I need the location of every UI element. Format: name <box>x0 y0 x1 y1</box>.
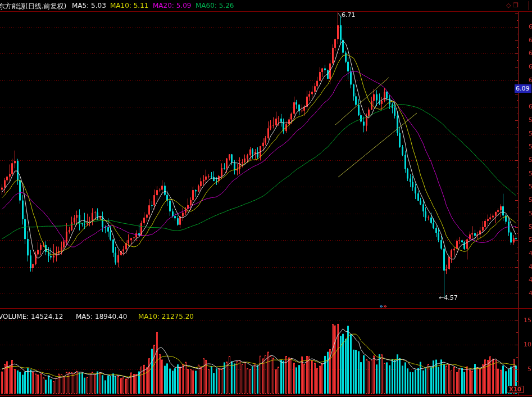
diamond-icon[interactable]: ◇ <box>506 2 511 9</box>
ma60-value: MA60: 5.26 <box>195 2 234 10</box>
price-axis-label: 5.50 <box>529 170 532 177</box>
price-axis-label: 5.90 <box>529 116 532 124</box>
scroll-marker-right-icon[interactable]: » <box>383 303 387 310</box>
header-scrollbar-line <box>529 1 529 10</box>
price-axis-label: 5.80 <box>529 130 532 137</box>
price-axis-label: 5.10 <box>529 223 532 231</box>
volume-value: VOLUME: 14524.12 <box>0 313 63 321</box>
volume-ma5-value: MA5: 18940.40 <box>76 313 127 321</box>
stock-title: 东方能源(日线.前复权) <box>0 2 66 11</box>
volume-axis-label: 5 <box>528 366 531 373</box>
price-axis-label: 5.40 <box>529 183 532 190</box>
price-axis-label: 4.80 <box>529 263 532 270</box>
price-axis-label: 5.60 <box>529 156 532 164</box>
volume-axis-label: 15 <box>524 317 531 324</box>
stock-app-window: 东方能源(日线.前复权) MA5: 5.03 MA10: 5.11 MA20: … <box>0 0 532 397</box>
price-axis-label: 5.30 <box>529 196 532 204</box>
price-axis-label: 6.00 <box>529 103 532 110</box>
last-price-badge: 6.09 <box>515 84 531 93</box>
price-axis-label: 6.60 <box>529 23 532 30</box>
price-axis-label: 6.20 <box>529 76 532 84</box>
ma5-value: MA5: 5.03 <box>72 2 106 10</box>
volume-unit-label: X10 <box>507 386 524 393</box>
price-axis-label: 5.20 <box>529 210 532 217</box>
price-axis-label: 4.60 <box>529 290 532 297</box>
price-axis-label: 6.40 <box>529 49 532 57</box>
pane-divider[interactable] <box>0 308 532 309</box>
price-axis-label: 5.00 <box>529 236 532 243</box>
volume-axis-label: 10 <box>524 341 531 348</box>
header-divider <box>0 11 532 12</box>
volume-ma10-value: MA10: 21275.20 <box>138 313 194 321</box>
ma20-value: MA20: 5.09 <box>153 2 191 10</box>
restore-window-icon[interactable]: ❐ <box>513 2 519 9</box>
price-axis-label: 5.70 <box>529 143 532 150</box>
left-arrow-icon: ← <box>439 294 444 301</box>
peak-price-label: 6.71 <box>342 11 356 19</box>
price-axis-label: 6.50 <box>529 37 532 44</box>
price-axis-label: 4.90 <box>529 250 532 257</box>
price-axis-label: 6.30 <box>529 63 532 70</box>
ma10-value: MA10: 5.11 <box>110 2 148 10</box>
bottom-border <box>0 395 532 396</box>
trough-price-label: 4.57 <box>444 294 458 301</box>
candlestick-chart-canvas[interactable] <box>0 0 532 397</box>
price-axis-label: 4.70 <box>529 276 532 283</box>
